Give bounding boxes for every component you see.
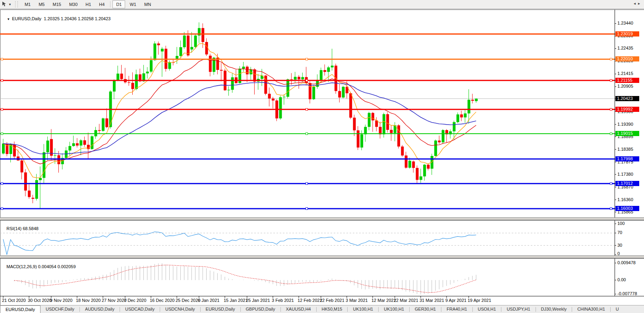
price-tag[interactable]: 1.21155 (615, 78, 639, 83)
price-tag[interactable]: 1.16003 (615, 206, 639, 211)
date-axis-label: 18 Nov 2020 (76, 298, 101, 303)
toolbar-grip-handle[interactable] (15, 1, 18, 8)
timeframe-button-m5[interactable]: M5 (35, 0, 48, 8)
panel-splitter-rsi[interactable] (0, 217, 644, 220)
date-axis-label: 16 Dec 2020 (150, 298, 174, 303)
date-axis-label: 12 Mar 2021 (371, 298, 396, 303)
rsi-axis-label: 70 (617, 230, 643, 235)
timeframe-button-h1[interactable]: H1 (82, 0, 95, 8)
tab-scroll-right-icon[interactable]: ▸ (638, 1, 642, 6)
date-axis-label: 12 Feb 2021 (298, 298, 322, 303)
chart-title: ▼EURUSD,Daily 1.20325 1.20436 1.20258 1.… (2, 12, 110, 26)
toolbar-separator (110, 1, 110, 8)
timeframe-button-m15[interactable]: M15 (49, 0, 64, 8)
timeframe-button-mn[interactable]: MN (141, 0, 155, 8)
price-tag[interactable]: 1.19015 (615, 131, 639, 136)
chart-tab-usdjpy-h1[interactable]: USDJPY,H1 (501, 305, 535, 313)
date-axis-label: 25 Dec 2020 (176, 298, 200, 303)
chart-tab-gbpusd-daily[interactable]: GBPUSD,Daily (241, 305, 280, 313)
price-tag[interactable]: 1.22010 (615, 56, 639, 61)
chart-symbol-period: EURUSD,Daily (12, 16, 41, 21)
chart-tab-usdcnh-daily[interactable]: USDCNH,Daily (160, 305, 200, 313)
terminal-window: ▼ M1M5M15M30H1H4D1W1MN ▼EURUSD,Daily 1.2… (0, 0, 644, 313)
collapse-triangle-icon[interactable]: ▼ (7, 17, 10, 21)
timeframe-buttons: M1M5M15M30H1H4D1W1MN (21, 0, 155, 8)
timeframe-button-m1[interactable]: M1 (21, 0, 34, 8)
timeframe-button-w1[interactable]: W1 (126, 0, 140, 8)
chart-tab-fra40-h1[interactable]: FRA40,H1 (441, 305, 472, 313)
macd-label: MACD(12,26,9) 0.004054 0.002059 (2, 259, 76, 274)
chart-window (0, 10, 644, 305)
date-axis-label: 15 Jan 2021 (224, 298, 248, 303)
cursor-crosshair-icon (2, 1, 7, 8)
rsi-value: 68.5848 (23, 226, 39, 231)
chart-tab-bar: EURUSD,DailyUSDCHF,DailyAUDUSD,DailyUSDC… (0, 305, 644, 313)
chart-tab-xauusd-h4[interactable]: XAUUSD,H4 (281, 305, 316, 313)
price-axis-label: 1.16360 (617, 197, 643, 202)
date-axis-label: 30 Oct 2020 (28, 298, 52, 303)
price-axis-label: 1.22435 (617, 46, 643, 51)
date-axis-label: 7 Dec 2020 (124, 298, 146, 303)
rsi-label: RSI(14) 68.5848 (2, 221, 39, 236)
date-axis-label: 22 Mar 2021 (394, 298, 418, 303)
price-axis-label: 1.17380 (617, 172, 643, 177)
chart-tab-audusd-daily[interactable]: AUDUSD,Daily (80, 305, 120, 313)
date-axis-label: 25 Jan 2021 (246, 298, 270, 303)
date-axis-label: 3 Mar 2021 (346, 298, 368, 303)
rsi-axis-label: 30 (617, 243, 643, 248)
chart-tab-usdcad-daily[interactable]: USDCAD,Daily (120, 305, 160, 313)
price-axis-label: 1.18385 (617, 147, 643, 152)
date-axis-label: 31 Mar 2021 (420, 298, 444, 303)
price-tag[interactable]: 1.23019 (615, 31, 639, 36)
price-tag[interactable]: 1.17012 (615, 181, 639, 186)
chart-tab-eurusd-daily[interactable]: EURUSD,Daily (201, 305, 240, 313)
chart-tab-dj30-weekly[interactable]: DJ30,Weekly (536, 305, 572, 313)
price-tag[interactable]: 1.19992 (615, 107, 639, 112)
chart-tab-u[interactable]: U (611, 305, 624, 313)
macd-axis-label: 0.009478 (617, 260, 643, 265)
price-axis-label: 1.19390 (617, 122, 643, 127)
chart-tab-uk100-h1[interactable]: UK100,H1 (348, 305, 378, 313)
price-tag[interactable]: 1.17998 (615, 156, 639, 161)
chart-tab-usoil-h1[interactable]: USOil,H1 (473, 305, 501, 313)
date-axis-label: 6 Jan 2021 (198, 298, 219, 303)
date-axis-label: 22 Feb 2021 (320, 298, 344, 303)
macd-axis-label: 0.00 (617, 277, 643, 282)
price-axis-label: 1.21415 (617, 71, 643, 76)
chart-tab-hk50-m15[interactable]: HK50,M15 (317, 305, 348, 313)
date-axis-label: 3 Feb 2021 (272, 298, 294, 303)
date-axis-label: 9 Apr 2021 (445, 298, 466, 303)
price-tag[interactable]: 1.20423 (615, 96, 639, 101)
panel-splitter-macd[interactable] (0, 255, 644, 258)
chart-tab-china300-h1[interactable]: CHINA300,H1 (572, 305, 610, 313)
chevron-down-icon[interactable]: ▼ (8, 3, 12, 6)
date-axis-label: 9 Nov 2020 (50, 298, 72, 303)
date-axis-label: 27 Nov 2020 (102, 298, 126, 303)
chart-tab-eurusd-daily[interactable]: EURUSD,Daily (0, 305, 41, 313)
timeframe-button-h4[interactable]: H4 (95, 0, 108, 8)
chart-ohlc-values: 1.20325 1.20436 1.20258 1.20423 (44, 16, 110, 21)
date-axis-label: 19 Apr 2021 (468, 298, 491, 303)
macd-axis-label: -0.007778 (617, 291, 643, 296)
tab-scroll-arrows[interactable]: ◂▸ (634, 1, 642, 6)
rsi-axis-label: 100 (617, 221, 643, 226)
date-axis-label: 21 Oct 2020 (2, 298, 26, 303)
timeframe-toolbar: ▼ M1M5M15M30H1H4D1W1MN (0, 0, 644, 9)
price-axis-label: 1.20905 (617, 84, 643, 89)
tab-scroll-left-icon[interactable]: ◂ (634, 1, 638, 6)
timeframe-button-m30[interactable]: M30 (66, 0, 81, 8)
chart-tab-ger30-h1[interactable]: GER30,H1 (410, 305, 441, 313)
chart-tab-uk100-h1[interactable]: UK100,H1 (379, 305, 409, 313)
cursor-tool-button[interactable]: ▼ (2, 1, 12, 8)
price-axis-label: 1.23440 (617, 21, 643, 26)
macd-values: 0.004054 0.002059 (38, 264, 76, 269)
timeframe-button-d1[interactable]: D1 (112, 0, 125, 8)
chart-tab-usdchf-daily[interactable]: USDCHF,Daily (41, 305, 79, 313)
